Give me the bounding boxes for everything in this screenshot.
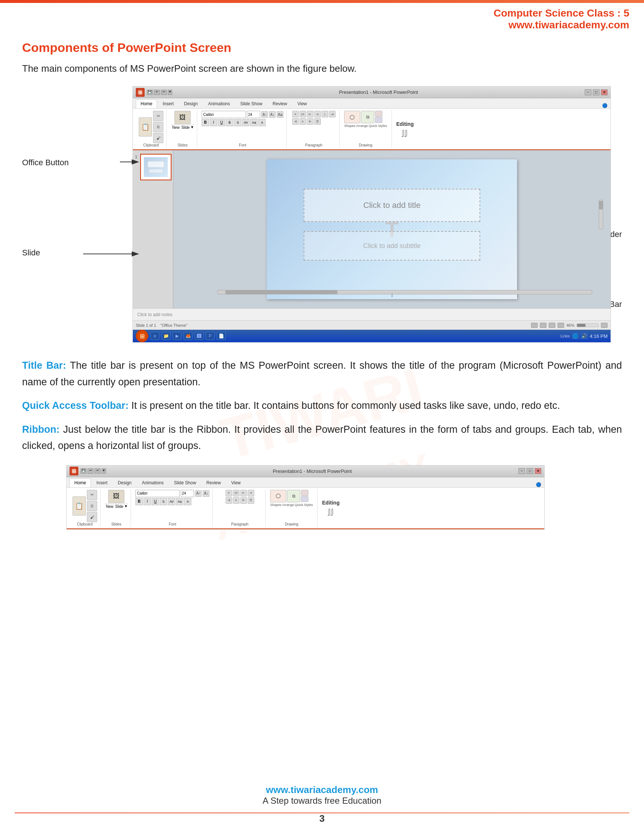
ppt2-decrease-font[interactable]: A↓ (203, 490, 209, 497)
shapes-button[interactable]: ⬡ (344, 111, 360, 123)
tab-review[interactable]: Review (268, 99, 292, 108)
taskbar-office-icon[interactable]: 🅾 (195, 332, 204, 340)
taskbar-file-icon[interactable]: 📄 (217, 332, 226, 340)
taskbar-media-icon[interactable]: ▶ (172, 332, 182, 340)
ppt2-quick-style-1[interactable] (301, 490, 309, 496)
tab-animations[interactable]: Animations (203, 99, 234, 108)
fit-window-icon[interactable] (601, 323, 608, 328)
slide-title-placeholder[interactable]: Click to add title (304, 189, 480, 222)
font-color-button[interactable]: A (259, 119, 266, 126)
ppt2-bullet[interactable]: ≡ (226, 490, 232, 496)
slide-subtitle-placeholder[interactable]: Click to add subtitle (304, 231, 480, 260)
font-name-input[interactable] (202, 111, 246, 118)
char-spacing-button[interactable]: AV (242, 119, 249, 126)
increase-indent-button[interactable]: ⇥ (314, 111, 321, 118)
ppt2-tab-insert[interactable]: Insert (92, 478, 112, 487)
ppt2-save-icon[interactable]: 💾 (81, 469, 86, 474)
ppt2-slide-dropdown[interactable]: ▼ (124, 504, 128, 509)
ppt2-restore[interactable]: □ (526, 468, 533, 474)
tab-home[interactable]: Home (136, 99, 157, 108)
zoom-slider[interactable] (577, 323, 599, 327)
ppt2-align-left[interactable]: ⫷ (226, 497, 232, 504)
ppt-office-icon[interactable]: ⊞ (136, 88, 145, 97)
slide-thumbnail[interactable] (140, 154, 171, 180)
taskbar-network-icon[interactable]: 🌐 (572, 333, 579, 339)
copy-button[interactable]: ⎘ (153, 122, 163, 132)
ppt2-tab-review[interactable]: Review (202, 478, 226, 487)
paste-button[interactable]: 📋 (139, 118, 152, 136)
ppt2-tab-home[interactable]: Home (69, 478, 91, 487)
ppt2-dropdown[interactable]: ▼ (102, 469, 106, 474)
ppt2-increase-indent[interactable]: ⇥ (248, 490, 254, 496)
format-painter-button[interactable]: 🖌 (153, 133, 163, 143)
ppt2-increase-font[interactable]: A↑ (195, 490, 202, 497)
minimize-button[interactable]: − (585, 89, 591, 95)
close-button[interactable]: ✕ (601, 89, 608, 95)
justify-button[interactable]: ☰ (314, 118, 321, 125)
taskbar-explorer-icon[interactable]: 📁 (161, 332, 171, 340)
ppt2-tab-animations[interactable]: Animations (137, 478, 168, 487)
save-icon[interactable]: 💾 (147, 90, 153, 95)
ppt2-bold[interactable]: B (135, 498, 143, 505)
bold-button[interactable]: B (202, 119, 209, 126)
ppt2-shapes-button[interactable]: ⬡ (270, 490, 286, 502)
ppt2-paste-button[interactable]: 📋 (72, 496, 86, 516)
taskbar-ppt-icon[interactable]: P (206, 332, 215, 340)
strikethrough-button[interactable]: S̶ (226, 119, 233, 126)
ppt2-format-button[interactable]: 🖌 (87, 512, 97, 522)
arrange-button[interactable]: ⧉ (361, 111, 374, 123)
horizontal-scrollbar[interactable] (218, 290, 592, 295)
ppt2-undo-icon[interactable]: ↩ (88, 469, 94, 474)
case-button[interactable]: Aa (250, 119, 258, 126)
ppt2-spacing[interactable]: AV (168, 498, 175, 505)
restore-button[interactable]: □ (593, 89, 600, 95)
decrease-font-button[interactable]: A↓ (269, 111, 276, 118)
ppt2-copy-button[interactable]: ⎘ (87, 501, 97, 511)
new-slide-top[interactable]: 🖼 (174, 111, 191, 124)
column-button[interactable]: ⫰ (322, 111, 328, 118)
align-right-button[interactable]: ⫸ (307, 118, 313, 125)
shadow-button[interactable]: S (234, 119, 241, 126)
slide-main[interactable]: T Click to add title Click to add subtit… (267, 159, 517, 299)
ppt2-number[interactable]: 1≡ (233, 490, 240, 496)
align-center-button[interactable]: ≡ (299, 118, 306, 125)
ppt2-align-center[interactable]: ≡ (233, 497, 240, 504)
slideshow-icon[interactable] (558, 323, 564, 328)
taskbar-ie-icon[interactable]: e (150, 332, 159, 340)
ppt2-strikethrough[interactable]: S (160, 498, 167, 505)
redo-icon[interactable]: ↩ (161, 90, 167, 95)
cut-button[interactable]: ✂ (153, 111, 163, 121)
ppt2-tab-design[interactable]: Design (113, 478, 136, 487)
text-dir-button[interactable]: ↕A (329, 111, 335, 118)
undo-icon[interactable]: ↩ (154, 90, 160, 95)
underline-button[interactable]: U (218, 119, 225, 126)
ppt2-tab-view[interactable]: View (226, 478, 246, 487)
taskbar-volume-icon[interactable]: 🔊 (581, 333, 588, 339)
dropdown-arrow[interactable]: ▼ (168, 90, 172, 95)
help-button[interactable]: 🔵 (602, 103, 608, 108)
bullet-list-button[interactable]: ≡ (292, 111, 299, 118)
font-size-input[interactable] (247, 111, 260, 118)
ppt2-office-icon[interactable]: ⊞ (69, 467, 78, 475)
ppt2-font-name[interactable] (135, 490, 180, 497)
number-list-button[interactable]: 1≡ (299, 111, 306, 118)
quick-style-1[interactable] (375, 111, 382, 117)
taskbar-firefox-icon[interactable]: 🦊 (183, 332, 193, 340)
ppt2-color[interactable]: A (184, 498, 191, 505)
decrease-indent-button[interactable]: ⇤ (307, 111, 313, 118)
tab-design[interactable]: Design (179, 99, 202, 108)
italic-button[interactable]: I (210, 119, 217, 126)
ppt2-font-size[interactable] (181, 490, 194, 497)
ppt2-quick-style-2[interactable] (301, 496, 309, 502)
start-button[interactable]: ⊞ (136, 330, 148, 342)
ppt2-decrease-indent[interactable]: ⇤ (240, 490, 247, 496)
tab-slideshow[interactable]: Slide Show (235, 99, 267, 108)
ppt2-redo-icon[interactable]: ↩ (95, 469, 100, 474)
normal-view-icon[interactable] (531, 323, 537, 328)
tab-view[interactable]: View (293, 99, 312, 108)
reading-view-icon[interactable] (549, 323, 555, 328)
ppt2-align-right[interactable]: ⫸ (240, 497, 247, 504)
tab-insert[interactable]: Insert (158, 99, 179, 108)
ppt2-help-btn[interactable]: 🔵 (536, 482, 541, 487)
ppt2-underline[interactable]: U (152, 498, 159, 505)
